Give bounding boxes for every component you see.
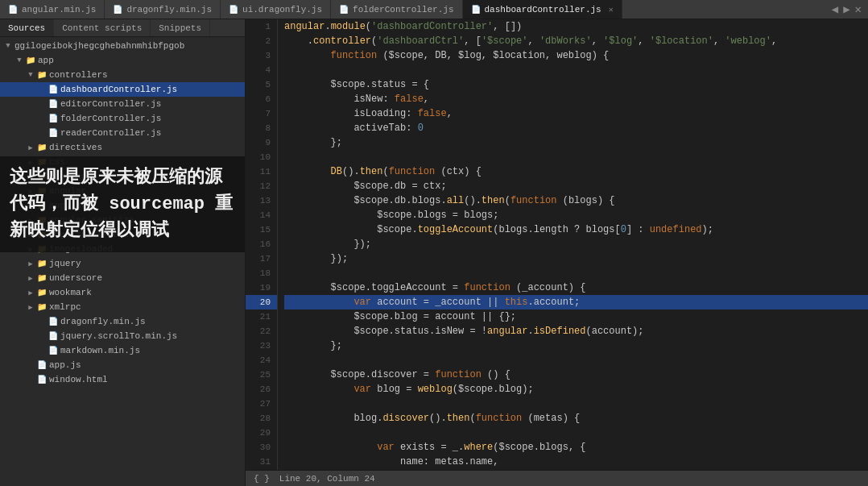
prev-icon[interactable]: ◀ <box>832 2 838 16</box>
tree-item-label: underscore <box>49 273 102 283</box>
tree-folder-controllers[interactable]: ▼ 📁 controllers <box>0 68 245 82</box>
tree-arrow-icon <box>37 114 47 123</box>
tab-dashboard-controller[interactable]: 📄 dashboardController.js ✕ <box>463 0 622 19</box>
tree-folder-underscore[interactable]: ▶ 📁 underscore <box>0 271 245 285</box>
tab-label: dragonfly.min.js <box>126 5 212 15</box>
tree-file-dragonfly-min[interactable]: 📄 dragonfly.min.js <box>0 314 245 329</box>
tree-arrow-icon <box>37 331 47 341</box>
line-num-14: 14 <box>246 208 277 222</box>
code-scroll[interactable]: 1 2 3 4 5 6 7 8 9 10 11 12 13 14 15 16 1… <box>246 19 868 470</box>
tree-folder-jquery[interactable]: ▶ 📁 jquery <box>0 256 245 271</box>
tree-arrow-icon: ▶ <box>26 143 35 152</box>
tree-file-folder-controller[interactable]: 📄 folderController.js <box>0 111 245 126</box>
sidebar-tab-content-scripts[interactable]: Content scripts <box>54 19 151 36</box>
tree-arrow-icon: ▶ <box>26 259 35 268</box>
code-line-29 <box>284 426 868 440</box>
folder-icon: 📁 <box>37 172 47 181</box>
code-content: angular.module('dashboardController', []… <box>278 19 868 470</box>
tree-file-editor-controller[interactable]: 📄 editorController.js <box>0 97 245 111</box>
folder-icon: 📁 <box>37 157 47 167</box>
folder-icon: 📁 <box>37 201 47 210</box>
line-num-3: 3 <box>246 48 277 63</box>
tab-ui-dragonfly[interactable]: 📄 ui.dragonfly.js <box>221 0 331 19</box>
line-num-4: 4 <box>246 63 277 77</box>
tree-file-jquery-scrollto[interactable]: 📄 jquery.scrollTo.min.js <box>0 329 245 343</box>
code-line-7: isLoading: false, <box>284 106 868 121</box>
folder-icon: 📁 <box>37 186 47 196</box>
tab-bar: 📄 angular.min.js 📄 dragonfly.min.js 📄 ui… <box>0 0 868 19</box>
code-line-8: activeTab: 0 <box>284 121 868 135</box>
tab-file-icon: 📄 <box>113 5 122 15</box>
tree-item-label: app <box>38 56 54 65</box>
tree-folder-directives[interactable]: ▶ 📁 directives <box>0 140 245 155</box>
tree-folder-angular-2[interactable]: ▶ 📁 angular <box>0 184 245 198</box>
tree-item-label: css <box>49 157 65 167</box>
file-js-icon: 📄 <box>48 85 58 94</box>
folder-icon: 📁 <box>37 288 47 297</box>
tree-folder-wookmark[interactable]: ▶ 📁 wookmark <box>0 285 245 300</box>
tab-label: dashboardController.js <box>485 5 601 15</box>
tree-item-label: markdown.min.js <box>60 346 140 355</box>
tree-file-app-js[interactable]: 📄 app.js <box>0 358 245 372</box>
folder-icon: 📁 <box>37 143 47 152</box>
close-panel-icon[interactable]: ✕ <box>855 2 862 16</box>
tab-angular-min[interactable]: 📄 angular.min.js <box>0 0 105 19</box>
tab-dragonfly-min[interactable]: 📄 dragonfly.min.js <box>105 0 221 19</box>
tree-folder-angular-1[interactable]: ▶ 📁 angular <box>0 169 245 184</box>
tree-item-label: readerController.js <box>60 128 161 138</box>
tree-arrow-icon: ▼ <box>26 70 35 80</box>
tab-label: ui.dragonfly.js <box>242 5 322 15</box>
line-num-20: 20 <box>246 295 277 309</box>
tree-folder-angular-3[interactable]: ▶ 📁 angular <box>0 198 245 213</box>
next-icon[interactable]: ▶ <box>843 2 849 16</box>
code-line-20: var account = _account || this.account; <box>284 295 868 309</box>
sidebar-tab-snippets[interactable]: Snippets <box>151 19 210 36</box>
tab-folder-controller[interactable]: 📄 folderController.js <box>331 0 462 19</box>
line-num-6: 6 <box>246 92 277 106</box>
line-num-21: 21 <box>246 309 277 324</box>
file-js-icon: 📄 <box>48 114 58 123</box>
file-icon: 📄 <box>37 375 47 384</box>
tree-file-markdown-min[interactable]: 📄 markdown.min.js <box>0 343 245 358</box>
sidebar-tabs: Sources Content scripts Snippets <box>0 19 245 37</box>
tree-folder-css[interactable]: ▶ 📁 css <box>0 155 245 169</box>
file-js-icon: 📄 <box>48 99 58 109</box>
tree-item-label: folderController.js <box>60 114 161 123</box>
tree-folder-angular-sanitize[interactable]: ▶ 📁 angular-sanitize <box>0 213 245 227</box>
main-area: Sources Content scripts Snippets ▼ ggilo… <box>0 19 868 486</box>
tree-item-label: ggilogeibokjhegcghebahnmhibfpgob <box>14 41 184 51</box>
tree-folder-angular-ui-select[interactable]: ▶ 📁 angular-ui-select <box>0 227 245 242</box>
sidebar: Sources Content scripts Snippets ▼ ggilo… <box>0 19 246 486</box>
line-num-23: 23 <box>246 339 277 353</box>
tree-file-dashboard-controller[interactable]: 📄 dashboardController.js <box>0 82 245 97</box>
code-line-2: .controller('dashboardCtrl', ['$scope', … <box>284 34 868 48</box>
sidebar-tab-sources[interactable]: Sources <box>0 19 54 36</box>
line-num-29: 29 <box>246 426 277 440</box>
code-line-11: DB().then(function (ctx) { <box>284 164 868 179</box>
code-line-16: }); <box>284 237 868 251</box>
tree-folder-xmlrpc[interactable]: ▶ 📁 xmlrpc <box>0 300 245 314</box>
code-line-31: name: metas.name, <box>284 455 868 469</box>
tree-arrow-icon: ▶ <box>26 215 35 225</box>
tree-file-reader-controller[interactable]: 📄 readerController.js <box>0 126 245 140</box>
status-bar: { } Line 20, Column 24 <box>246 470 868 486</box>
tree-root[interactable]: ▼ ggilogeibokjhegcghebahnmhibfpgob <box>0 39 245 53</box>
close-tab-icon[interactable]: ✕ <box>609 5 614 15</box>
tree-file-window-html[interactable]: 📄 window.html <box>0 372 245 387</box>
line-num-26: 26 <box>246 382 277 397</box>
tree-item-label: angular <box>49 172 86 181</box>
tree-arrow-icon: ▶ <box>26 186 35 196</box>
code-line-30: var exists = _.where($scope.blogs, { <box>284 440 868 455</box>
tree-item-label: angular <box>49 201 86 210</box>
tree-folder-app[interactable]: ▼ 📁 app <box>0 53 245 68</box>
tab-label: angular.min.js <box>22 5 96 15</box>
tree-folder-imagesloaded[interactable]: ▶ 📁 imagesloaded <box>0 242 245 256</box>
folder-icon: 📁 <box>37 215 47 225</box>
line-num-7: 7 <box>246 106 277 121</box>
tree-item-label: app.js <box>49 360 81 370</box>
file-js-icon: 📄 <box>48 128 58 138</box>
tab-file-icon: 📄 <box>471 5 481 15</box>
code-line-1: angular.module('dashboardController', []… <box>284 19 868 34</box>
line-num-12: 12 <box>246 179 277 193</box>
tree-arrow-icon: ▶ <box>26 273 35 283</box>
